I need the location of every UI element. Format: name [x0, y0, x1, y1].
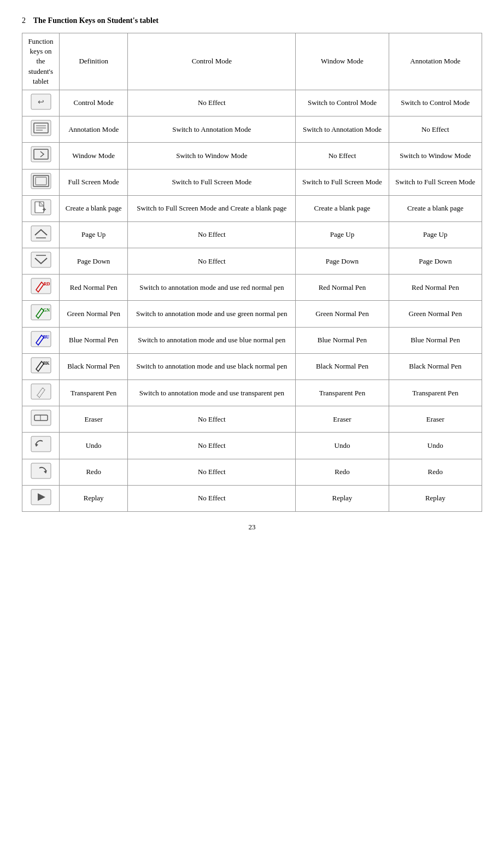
control-mode-cell: Switch to annotation mode and use blue n… [128, 327, 296, 353]
full-screen-mode-icon [22, 169, 60, 195]
heading-title: The Function Keys on Student's tablet [33, 16, 159, 25]
window-mode-cell: Black Normal Pen [296, 353, 389, 380]
control-mode-cell: No Effect [128, 221, 296, 248]
definition-cell: Blue Normal Pen [60, 327, 128, 353]
annotation-mode-icon [22, 116, 60, 143]
window-mode-cell: Redo [296, 459, 389, 485]
undo-icon [22, 433, 60, 459]
table-row: EraserNo EffectEraserEraser [22, 406, 482, 433]
window-mode-cell: Page Down [296, 248, 389, 275]
svg-text:BK: BK [43, 361, 50, 366]
svg-text:RD: RD [44, 282, 50, 287]
table-row: Page UpNo EffectPage UpPage Up [22, 221, 482, 248]
table-row: Full Screen ModeSwitch to Full Screen Mo… [22, 169, 482, 195]
table-row: GN Green Normal PenSwitch to annotation … [22, 301, 482, 327]
heading-number: 2 [22, 16, 26, 25]
annotation-mode-cell: Create a blank page [389, 195, 482, 221]
annotation-mode-cell: Green Normal Pen [389, 301, 482, 327]
definition-cell: Annotation Mode [60, 116, 128, 143]
definition-cell: Create a blank page [60, 195, 128, 221]
definition-cell: Green Normal Pen [60, 301, 128, 327]
annotation-mode-cell: Switch to Full Screen Mode [389, 169, 482, 195]
window-mode-cell: Page Up [296, 221, 389, 248]
table-row: Annotation ModeSwitch to Annotation Mode… [22, 116, 482, 143]
table-row: RD Red Normal PenSwitch to annotation mo… [22, 275, 482, 301]
svg-rect-32 [31, 436, 51, 452]
svg-rect-18 [31, 252, 51, 267]
definition-cell: Red Normal Pen [60, 275, 128, 301]
svg-text:GN: GN [43, 308, 50, 313]
col-header-definition: Definition [60, 33, 128, 90]
table-row: ↩ Control ModeNo EffectSwitch to Control… [22, 90, 482, 116]
definition-cell: Control Mode [60, 90, 128, 116]
annotation-mode-cell: Redo [389, 459, 482, 485]
definition-cell: Page Down [60, 248, 128, 275]
annotation-mode-cell: Switch to Window Mode [389, 143, 482, 169]
annotation-mode-cell: Red Normal Pen [389, 275, 482, 301]
control-mode-cell: No Effect [128, 459, 296, 485]
window-mode-cell: No Effect [296, 143, 389, 169]
window-mode-cell: Switch to Control Mode [296, 90, 389, 116]
col-header-icon: Function keys on the student's tablet [22, 33, 60, 90]
window-mode-cell: Replay [296, 485, 389, 511]
control-mode-cell: Switch to annotation mode and use transp… [128, 380, 296, 406]
window-mode-cell: Switch to Annotation Mode [296, 116, 389, 143]
definition-cell: Page Up [60, 221, 128, 248]
col-header-window: Window Mode [296, 33, 389, 90]
eraser-icon [22, 406, 60, 433]
col-header-control: Control Mode [128, 33, 296, 90]
window-mode-icon [22, 143, 60, 169]
black-normal-pen-icon: BK [22, 353, 60, 380]
transparent-pen-icon [22, 380, 60, 406]
window-mode-cell: Create a blank page [296, 195, 389, 221]
table-row: Transparent PenSwitch to annotation mode… [22, 380, 482, 406]
window-mode-cell: Blue Normal Pen [296, 327, 389, 353]
definition-cell: Window Mode [60, 143, 128, 169]
table-row: ReplayNo EffectReplayReplay [22, 485, 482, 511]
svg-text:↩: ↩ [38, 98, 44, 106]
definition-cell: Replay [60, 485, 128, 511]
control-mode-cell: No Effect [128, 90, 296, 116]
definition-cell: Eraser [60, 406, 128, 433]
control-mode-cell: Switch to Full Screen Mode [128, 169, 296, 195]
table-row: UndoNo EffectUndoUndo [22, 433, 482, 459]
control-mode-cell: Switch to annotation mode and use black … [128, 353, 296, 380]
definition-cell: Undo [60, 433, 128, 459]
annotation-mode-cell: Blue Normal Pen [389, 327, 482, 353]
function-keys-table: Function keys on the student's tablet De… [22, 33, 482, 512]
window-mode-cell: Red Normal Pen [296, 275, 389, 301]
control-mode-cell: No Effect [128, 248, 296, 275]
window-mode-cell: Green Normal Pen [296, 301, 389, 327]
table-row: Page DownNo EffectPage DownPage Down [22, 248, 482, 275]
table-row: BU Blue Normal PenSwitch to annotation m… [22, 327, 482, 353]
control-mode-cell: No Effect [128, 485, 296, 511]
window-mode-cell: Eraser [296, 406, 389, 433]
annotation-mode-cell: Transparent Pen [389, 380, 482, 406]
blue-normal-pen-icon: BU [22, 327, 60, 353]
control-mode-cell: No Effect [128, 406, 296, 433]
annotation-mode-cell: Eraser [389, 406, 482, 433]
window-mode-cell: Undo [296, 433, 389, 459]
definition-cell: Black Normal Pen [60, 353, 128, 380]
annotation-mode-cell: Undo [389, 433, 482, 459]
control-mode-cell: Switch to annotation mode and use red no… [128, 275, 296, 301]
annotation-mode-cell: Replay [389, 485, 482, 511]
table-row: Create a blank pageSwitch to Full Screen… [22, 195, 482, 221]
svg-rect-16 [31, 226, 51, 241]
control-mode-cell: Switch to annotation mode and use green … [128, 301, 296, 327]
page-down-icon [22, 248, 60, 275]
control-mode-cell: No Effect [128, 433, 296, 459]
svg-rect-28 [31, 384, 51, 399]
replay-icon [22, 485, 60, 511]
window-mode-cell: Switch to Full Screen Mode [296, 169, 389, 195]
definition-cell: Full Screen Mode [60, 169, 128, 195]
definition-cell: Redo [60, 459, 128, 485]
page-number: 23 [22, 523, 482, 532]
window-mode-cell: Transparent Pen [296, 380, 389, 406]
page-heading: 2 The Function Keys on Student's tablet [22, 16, 482, 25]
control-mode-cell: Switch to Full Screen Mode and Create a … [128, 195, 296, 221]
table-row: BK Black Normal PenSwitch to annotation … [22, 353, 482, 380]
table-row: Window ModeSwitch to Window ModeNo Effec… [22, 143, 482, 169]
redo-icon [22, 459, 60, 485]
green-normal-pen-icon: GN [22, 301, 60, 327]
